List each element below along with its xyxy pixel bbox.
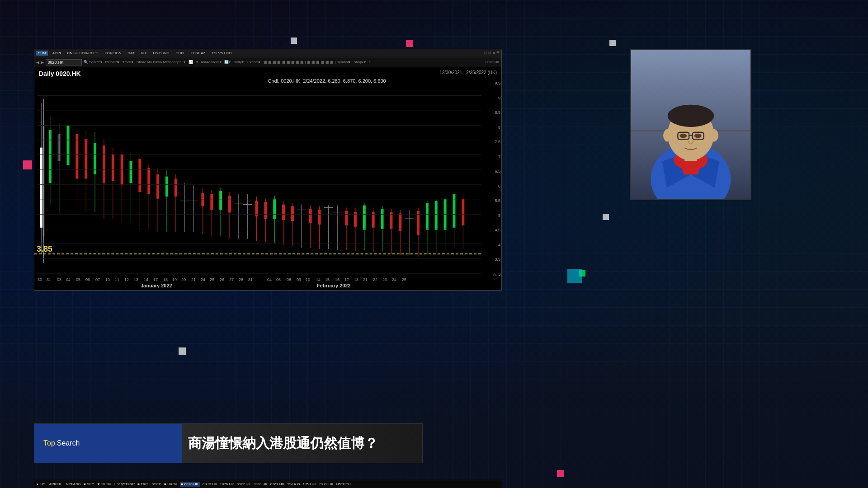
ticker-3333: 3333.HK: [254, 482, 268, 486]
tab-tsi-hkd[interactable]: TSI VS HKD: [210, 51, 233, 56]
time-label-18f: 18: [354, 277, 359, 282]
svg-rect-27: [156, 174, 159, 199]
svg-rect-81: [399, 213, 401, 231]
svg-point-128: [709, 129, 718, 142]
support-line: [34, 253, 481, 254]
svg-rect-43: [228, 196, 231, 212]
banner-top-yellow: Top: [43, 439, 55, 447]
price-tick-6: 6: [483, 184, 500, 188]
svg-rect-15: [103, 145, 105, 183]
time-axis: 30 31 03 04 05 06 07 10 11 12 13 14 17 1…: [37, 277, 481, 290]
bottom-banner: Top Search 商湯憧憬納入港股通仍然值博？: [34, 423, 423, 463]
price-tick-6-5: 6.5: [483, 169, 500, 174]
chart-container: SUM ACPI CN SHIBOR/REPO FOREIGN DAT VIX …: [34, 49, 502, 291]
ticker-txc: ■ TXC: [137, 482, 148, 486]
ticker-us10y: US10YT=RR: [114, 482, 135, 486]
ticker-0027: 0027.HK: [237, 482, 251, 486]
chart-search-bar: ◀ ▶ 🔍 Search▾ · Related▾ · Trade▾ · Shar…: [34, 57, 501, 67]
svg-rect-87: [426, 203, 429, 230]
ticker-hsi: ▲ HSI: [36, 482, 46, 486]
nav-arrows[interactable]: ◀ ▶: [36, 60, 44, 65]
person-svg: [631, 49, 750, 200]
price-tick-7: 7: [483, 155, 500, 159]
svg-rect-25: [147, 168, 150, 194]
tab-cdpi[interactable]: CDPI: [174, 51, 186, 56]
time-label-25: 25: [210, 277, 214, 282]
price-tick-9: 9: [483, 96, 500, 100]
time-label-17f: 17: [344, 277, 349, 282]
ticker-1876: 1876.HK: [220, 482, 234, 486]
svg-rect-37: [201, 193, 204, 206]
time-label-04f: 04: [267, 277, 272, 282]
time-label-23f: 23: [382, 277, 387, 282]
svg-rect-63: [318, 210, 321, 224]
svg-rect-53: [273, 199, 276, 219]
tab-vix[interactable]: VIX: [139, 51, 149, 56]
svg-rect-39: [210, 194, 213, 210]
chart-window-controls: ⊟ ⊞ ✕ ☰: [484, 51, 500, 55]
ticker-0020: ■ 0020.HK: [180, 482, 200, 487]
svg-rect-7: [67, 125, 70, 165]
svg-rect-69: [345, 211, 348, 225]
banner-top-white: Search: [57, 439, 80, 447]
svg-point-126: [694, 134, 702, 138]
chart-body: Daily 0020.HK 12/30/2021 - 2/25/2022 (HK…: [34, 67, 501, 290]
time-label-05: 05: [76, 277, 80, 282]
tab-foreaz[interactable]: FOREAZ: [189, 51, 207, 56]
time-label-13: 13: [134, 277, 138, 282]
chart-ohlc-info: Cndl, 0020.HK, 2/24/2022, 6.280, 6.870, …: [268, 78, 386, 84]
tab-cn-shibor[interactable]: CN SHIBOR/REPO: [65, 51, 100, 56]
symbol-input[interactable]: [46, 59, 82, 66]
price-tick-3-5: 3.5: [483, 257, 500, 262]
tab-sum[interactable]: SUM: [36, 51, 48, 56]
time-label-31b: 31: [248, 277, 253, 282]
time-label-27: 27: [229, 277, 234, 282]
time-label-20: 20: [181, 277, 186, 282]
svg-rect-3: [49, 130, 52, 183]
time-label-14: 14: [144, 277, 148, 282]
time-label-03: 03: [57, 277, 61, 282]
chart-symbol-label: 0020.HK: [486, 60, 500, 64]
svg-rect-41: [219, 191, 222, 210]
search-options: 🔍 Search▾ · Related▾ · Trade▾ · Share vi…: [84, 60, 370, 64]
svg-point-125: [679, 134, 687, 138]
ticker-tsla: TSLA.O: [287, 482, 300, 486]
svg-rect-79: [390, 212, 392, 229]
time-label-18: 18: [163, 277, 168, 282]
deco-white-4: [179, 347, 186, 355]
price-tick-8-5: 8.5: [483, 110, 500, 115]
price-tick-4-5: 4.5: [483, 228, 500, 232]
tab-us-bund[interactable]: US BUND: [151, 51, 171, 56]
svg-rect-77: [381, 209, 384, 229]
time-label-12: 12: [124, 277, 129, 282]
tab-foreign[interactable]: FOREIGN: [103, 51, 123, 56]
svg-rect-73: [363, 206, 366, 230]
svg-rect-23: [138, 159, 141, 192]
deco-pink-1: [406, 40, 413, 47]
time-label-07: 07: [95, 277, 100, 282]
time-label-30: 30: [38, 277, 42, 282]
banner-chinese-text: 商湯憧憬納入港股通仍然值博？: [184, 434, 422, 453]
svg-rect-21: [130, 161, 132, 183]
price-axis: 9.5 9 8.5 8 7.5 7 6.5 6 5.5 5 4.5 4 3.5 …: [482, 81, 501, 277]
time-label-25f: 25: [402, 277, 406, 282]
svg-rect-55: [282, 205, 285, 220]
tab-acpi[interactable]: ACPI: [51, 51, 63, 56]
chart-toolbar: SUM ACPI CN SHIBOR/REPO FOREIGN DAT VIX …: [34, 49, 501, 57]
svg-rect-97: [42, 125, 45, 236]
deco-pink-3: [557, 470, 564, 477]
time-label-24: 24: [201, 277, 205, 282]
month-jan: January 2022: [141, 283, 172, 288]
price-tick-5: 5: [483, 213, 500, 218]
deco-white-2: [609, 40, 616, 46]
time-label-11: 11: [115, 277, 119, 282]
candles-area: [37, 81, 481, 277]
time-label-14f: 14: [316, 277, 321, 282]
price-tick-5-5: 5.5: [483, 198, 500, 203]
tab-dat[interactable]: DAT: [126, 51, 136, 56]
webcam-box: [630, 49, 751, 200]
svg-rect-11: [85, 139, 87, 179]
svg-rect-89: [435, 201, 438, 230]
time-label-22f: 22: [373, 277, 377, 282]
svg-point-127: [663, 129, 672, 142]
